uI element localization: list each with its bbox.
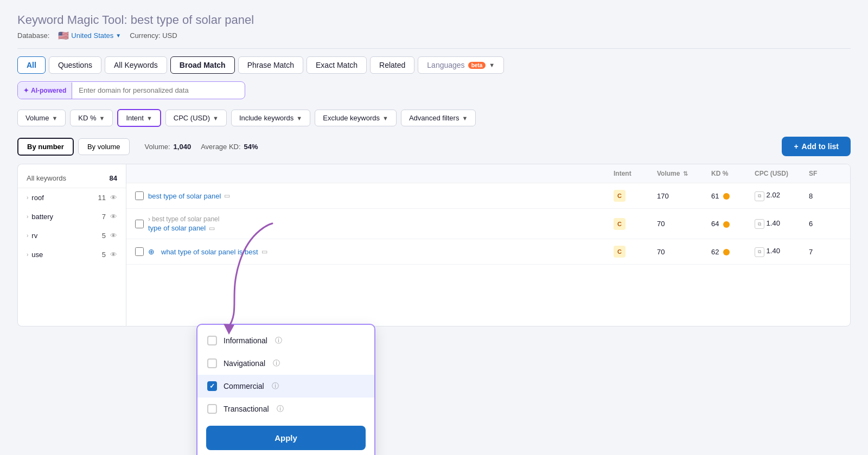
intent-cell: C [614, 218, 657, 230]
sidebar-item-count: 5 [102, 251, 106, 259]
eye-icon[interactable]: 👁 [110, 251, 117, 259]
informational-checkbox[interactable] [207, 336, 217, 345]
copy-icon[interactable]: ⧉ [755, 247, 764, 257]
transactional-checkbox[interactable] [207, 404, 217, 414]
tabs-row: All Questions All Keywords Broad Match P… [17, 56, 851, 74]
keyword-link[interactable]: best type of solar panel ▭ [148, 192, 230, 200]
sidebar-all-keywords: All keywords [27, 174, 66, 182]
chevron-down-icon: ▼ [99, 115, 105, 121]
copy-icon[interactable]: ⧉ [755, 219, 764, 229]
kd-dot [723, 221, 730, 228]
plus-icon: + [794, 142, 798, 151]
intent-label: Intent [126, 114, 144, 122]
filter-volume[interactable]: Volume ▼ [17, 110, 66, 126]
filter-kd[interactable]: KD % ▼ [70, 110, 113, 126]
by-number-btn[interactable]: By number [17, 138, 74, 156]
cpc-cell: ⧉ 1.40 [755, 219, 809, 229]
filter-advanced[interactable]: Advanced filters ▼ [401, 110, 476, 126]
sidebar-item-battery[interactable]: › battery 7 👁 [18, 207, 126, 226]
keyword-link[interactable]: type of solar panel ▭ [148, 224, 219, 232]
title-bold: Keyword Magic Tool: [17, 13, 127, 27]
sidebar-count: 84 [110, 174, 117, 182]
kd-dot [723, 193, 730, 200]
dropdown-informational[interactable]: Informational ⓘ [197, 329, 374, 352]
row-checkbox[interactable] [135, 191, 144, 200]
sidebar: All keywords 84 › roof 11 👁 › battery [17, 164, 126, 326]
ai-domain-input[interactable] [72, 82, 245, 99]
filter-cpc[interactable]: CPC (USD) ▼ [165, 110, 227, 126]
commercial-checkbox[interactable] [207, 381, 217, 391]
table-row: best type of solar panel ▭ C 170 61 ⧉ 2.… [126, 183, 850, 209]
dropdown-navigational[interactable]: Navigational ⓘ [197, 352, 374, 375]
intent-badge: C [614, 190, 626, 202]
sidebar-item-label: use [31, 251, 43, 259]
sidebar-item-use[interactable]: › use 5 👁 [18, 245, 126, 264]
navigational-checkbox[interactable] [207, 358, 217, 368]
database-label: Database: [17, 31, 49, 40]
include-keywords-label: Include keywords [239, 114, 293, 122]
results-row: By number By volume Volume: 1,040 Averag… [17, 137, 851, 156]
eye-icon[interactable]: 👁 [110, 213, 117, 221]
tab-questions[interactable]: Questions [49, 56, 101, 74]
intent-badge: C [614, 246, 626, 258]
avg-kd-value: 54% [244, 143, 258, 151]
eye-icon[interactable]: 👁 [110, 232, 117, 240]
table-header: Intent Volume ⇅ KD % CPC (USD) SF [126, 164, 850, 183]
tab-languages[interactable]: Languages beta ▼ [418, 56, 504, 74]
sf-cell: 6 [809, 220, 841, 228]
tab-related[interactable]: Related [370, 56, 414, 74]
row-checkbox[interactable] [135, 220, 144, 228]
tab-all-keywords[interactable]: All Keywords [105, 56, 167, 74]
sidebar-item-roof[interactable]: › roof 11 👁 [18, 188, 126, 207]
by-volume-btn[interactable]: By volume [78, 138, 130, 155]
sidebar-item-count: 7 [102, 213, 106, 221]
tab-exact-match[interactable]: Exact Match [307, 56, 367, 74]
database-country-selector[interactable]: 🇺🇸 United States ▼ [58, 30, 121, 41]
col-kd: KD % [711, 170, 755, 177]
cpc-cell: ⧉ 1.40 [755, 247, 809, 257]
expand-icon: › [27, 195, 28, 201]
exclude-keywords-label: Exclude keywords [323, 114, 380, 122]
info-icon: ⓘ [272, 381, 279, 391]
languages-label: Languages [427, 61, 464, 69]
us-flag-icon: 🇺🇸 [58, 30, 69, 41]
row-checkbox[interactable] [135, 247, 144, 256]
add-to-list-btn[interactable]: + Add to list [782, 137, 851, 156]
advanced-filters-label: Advanced filters [409, 114, 459, 122]
page-wrapper: Keyword Magic Tool: best type of solar p… [0, 0, 868, 455]
cpc-cell: ⧉ 2.02 [755, 191, 809, 201]
apply-button[interactable]: Apply [206, 426, 366, 450]
info-icon: ⓘ [277, 404, 284, 414]
chevron-down-icon: ▼ [52, 115, 58, 121]
keyword-cell: best type of solar panel ▭ [135, 191, 614, 200]
sidebar-item-count: 11 [98, 194, 106, 202]
filter-exclude-keywords[interactable]: Exclude keywords ▼ [315, 110, 397, 126]
tab-broad-match[interactable]: Broad Match [170, 56, 235, 74]
sidebar-item-label: roof [31, 194, 43, 202]
dropdown-commercial[interactable]: Commercial ⓘ [197, 375, 374, 398]
divider [17, 48, 851, 49]
intent-dropdown: Informational ⓘ Navigational ⓘ Commercia… [196, 324, 375, 455]
keyword-table: Intent Volume ⇅ KD % CPC (USD) SF best t… [126, 164, 851, 326]
volume-cell: 70 [657, 220, 711, 228]
filter-include-keywords[interactable]: Include keywords ▼ [231, 110, 310, 126]
filters-row: Volume ▼ KD % ▼ Intent ▼ CPC (USD) ▼ Inc… [17, 109, 851, 127]
copy-icon[interactable]: ⧉ [755, 191, 764, 201]
filter-intent[interactable]: Intent ▼ [117, 109, 161, 127]
col-sf: SF [809, 170, 841, 177]
dropdown-transactional[interactable]: Transactional ⓘ [197, 398, 374, 420]
sort-icon[interactable]: ⇅ [683, 170, 688, 177]
keyword-link[interactable]: what type of solar panel is best ▭ [161, 248, 267, 256]
ai-row: ✦ AI-powered [17, 81, 851, 99]
tab-all[interactable]: All [17, 56, 46, 74]
results-stats: Volume: 1,040 Average KD: 54% [145, 143, 258, 151]
sidebar-item-rv[interactable]: › rv 5 👁 [18, 226, 126, 245]
tab-phrase-match[interactable]: Phrase Match [238, 56, 303, 74]
add-keyword-icon[interactable]: ⊕ [148, 247, 155, 256]
col-volume: Volume ⇅ [657, 170, 711, 177]
eye-icon[interactable]: 👁 [110, 194, 117, 202]
keyword-cell: ⊕ what type of solar panel is best ▭ [135, 247, 614, 256]
table-icon: ▭ [209, 225, 215, 232]
table-icon: ▭ [224, 192, 230, 200]
subtitle-row: Database: 🇺🇸 United States ▼ Currency: U… [17, 30, 851, 41]
